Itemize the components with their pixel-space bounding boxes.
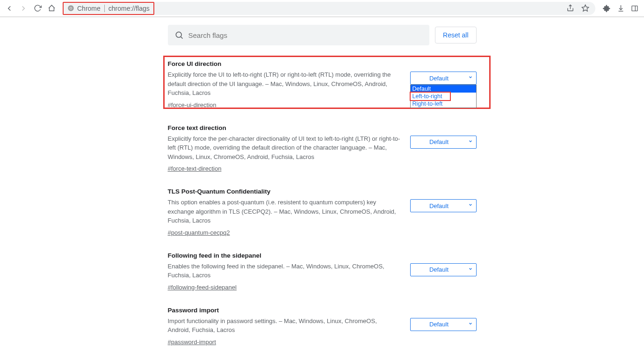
omnibox-highlight-annotation: Chrome chrome://flags [63, 2, 154, 15]
flags-page: Reset all Force UI direction Explicitly … [168, 17, 477, 346]
flag-select-dropdown: Default Left-to-right Right-to-left [410, 85, 477, 108]
search-flags-input[interactable] [188, 31, 423, 39]
svg-line-7 [181, 37, 182, 39]
flag-anchor-link[interactable]: #post-quantum-cecpq2 [168, 229, 230, 236]
flag-description: Explicitly force the UI to left-to-right… [168, 70, 401, 98]
flag-select-password-import[interactable]: Default [410, 318, 477, 331]
flag-force-text-direction: Force text direction Explicitly force th… [168, 117, 477, 181]
flag-select-force-text-direction[interactable]: Default [410, 136, 477, 149]
flag-anchor-link[interactable]: #following-feed-sidepanel [168, 284, 237, 291]
share-icon[interactable] [564, 3, 576, 14]
flag-password-import: Password import Import functionality in … [168, 299, 477, 346]
flag-select-tls-post-quantum[interactable]: Default [410, 199, 477, 212]
flag-following-feed-sidepanel: Following feed in the sidepanel Enables … [168, 245, 477, 299]
dropdown-option-ltr-label: Left-to-right [412, 93, 442, 100]
flag-title: Password import [168, 307, 401, 314]
flag-title: Force UI direction [168, 60, 401, 67]
omnibox[interactable]: Chrome chrome://flags [63, 2, 595, 15]
search-flags-box[interactable] [168, 25, 430, 45]
forward-button [18, 3, 29, 14]
dropdown-option-default[interactable]: Default [411, 85, 476, 93]
svg-rect-4 [632, 6, 637, 11]
dropdown-option-rtl[interactable]: Right-to-left [411, 100, 476, 108]
reload-button[interactable] [32, 3, 43, 14]
flag-anchor-link[interactable]: #password-import [168, 339, 216, 346]
flag-select-following-feed-sidepanel[interactable]: Default [410, 263, 477, 276]
reset-all-button[interactable]: Reset all [435, 27, 476, 43]
flag-anchor-link[interactable]: #force-text-direction [168, 165, 222, 172]
dropdown-option-ltr[interactable]: Left-to-right [411, 93, 476, 100]
flag-description: This option enables a post-quantum (i.e.… [168, 198, 401, 225]
site-chip: Chrome [67, 5, 101, 12]
svg-marker-3 [582, 5, 588, 11]
chrome-icon [67, 5, 74, 12]
site-chip-label: Chrome [77, 5, 101, 12]
search-icon [174, 30, 184, 40]
chip-divider [104, 5, 105, 12]
flag-title: TLS Post-Quantum Confidentiality [168, 188, 401, 195]
extensions-icon[interactable] [601, 3, 612, 14]
flag-description: Explicitly force the per-character direc… [168, 134, 401, 162]
url-text: chrome://flags [109, 5, 150, 12]
bookmark-star-icon[interactable] [579, 3, 591, 14]
svg-point-6 [176, 32, 181, 37]
browser-toolbar: Chrome chrome://flags [0, 0, 644, 17]
flag-description: Import functionality in password setting… [168, 317, 401, 335]
flag-title: Following feed in the sidepanel [168, 252, 401, 259]
home-button[interactable] [46, 3, 57, 14]
flag-select-force-ui-direction[interactable]: Default [410, 72, 477, 85]
sidepanel-icon[interactable] [629, 3, 640, 14]
downloads-icon[interactable] [615, 3, 626, 14]
flag-force-ui-direction: Force UI direction Explicitly force the … [168, 53, 477, 117]
flag-tls-post-quantum: TLS Post-Quantum Confidentiality This op… [168, 180, 477, 245]
back-button[interactable] [4, 3, 15, 14]
svg-point-2 [70, 7, 72, 9]
flag-title: Force text direction [168, 124, 401, 131]
flag-anchor-link[interactable]: #force-ui-direction [168, 101, 217, 108]
flag-description: Enables the following feed in the sidepa… [168, 262, 401, 280]
